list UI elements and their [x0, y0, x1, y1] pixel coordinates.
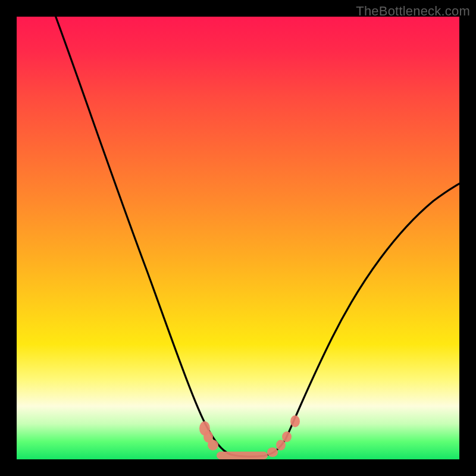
- svg-point-6: [282, 431, 292, 442]
- svg-rect-3: [217, 452, 268, 459]
- watermark-text: TheBottleneck.com: [356, 4, 470, 19]
- svg-point-7: [290, 415, 300, 427]
- valley-markers: [199, 415, 300, 459]
- chart-frame: TheBottleneck.com: [0, 0, 476, 476]
- bottleneck-curve: [17, 17, 459, 459]
- svg-point-5: [276, 440, 286, 450]
- curve-path: [54, 17, 459, 456]
- svg-point-4: [267, 447, 278, 457]
- plot-area: [17, 17, 459, 459]
- svg-point-2: [208, 440, 218, 450]
